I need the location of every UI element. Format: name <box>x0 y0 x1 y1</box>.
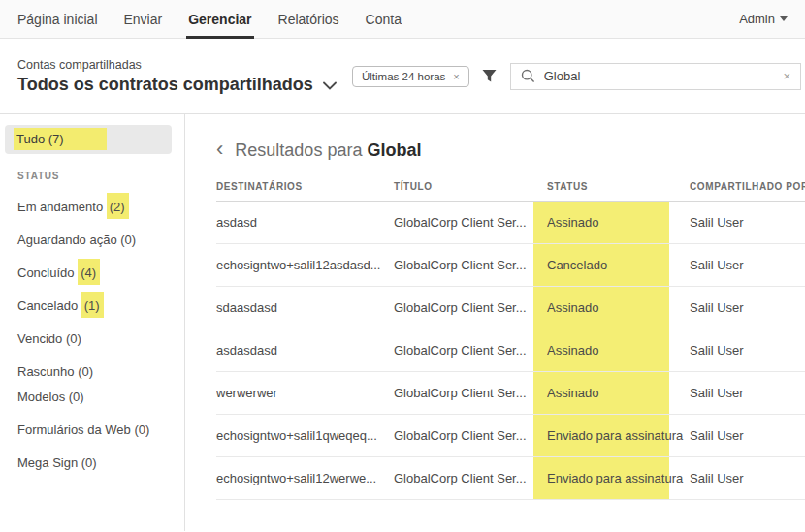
nav-item-conta[interactable]: Conta <box>366 0 402 39</box>
sidebar-item-tudo[interactable]: Tudo (7) <box>5 125 172 154</box>
cell-compartilhado-por: Salil User <box>690 215 805 230</box>
table-row[interactable]: echosigntwo+salil12asdasd... GlobalCorp … <box>216 244 805 287</box>
cell-status: Enviado para assinatura <box>547 471 690 485</box>
title-block: Contas compartilhadas Todos os contratos… <box>17 58 352 95</box>
sidebar-item-count: (0) <box>66 331 81 346</box>
column-header-titulo[interactable]: TÍTULO <box>394 181 547 192</box>
view-selector[interactable]: Todos os contratos compartilhados <box>17 75 352 95</box>
sidebar-item-aguardando-acao[interactable]: Aguardando ação (0) <box>17 233 184 247</box>
chip-remove-icon[interactable]: × <box>453 71 459 82</box>
search-box: × <box>510 63 801 90</box>
cell-status: Enviado para assinatura <box>547 428 690 443</box>
cell-status: Assinado <box>547 300 690 315</box>
admin-dropdown-label: Admin <box>739 12 775 26</box>
filter-funnel-icon[interactable] <box>481 68 498 84</box>
table-row[interactable]: werwerwer GlobalCorp Client Ser... Assin… <box>216 372 805 415</box>
cell-compartilhado-por: Salil User <box>690 343 805 358</box>
cell-destinatarios: asdasd <box>216 215 394 230</box>
sidebar-item-mega-sign[interactable]: Mega Sign (0) <box>17 455 184 470</box>
table-row[interactable]: asdasd GlobalCorp Client Ser... Assinado… <box>216 202 805 244</box>
sidebar: Tudo (7) STATUS Em andamento (2) Aguarda… <box>0 114 185 531</box>
sidebar-item-vencido[interactable]: Vencido (0) <box>17 331 184 346</box>
sidebar-item-count: (0) <box>120 233 136 247</box>
cell-titulo: GlobalCorp Client Ser... <box>394 428 547 443</box>
column-header-compartilhado-por[interactable]: COMPARTILHADO POR <box>690 181 805 192</box>
table-row[interactable]: echosigntwo+salil1qweqeq... GlobalCorp C… <box>216 415 805 457</box>
app-window: Página inicial Enviar Gerenciar Relatóri… <box>0 0 805 532</box>
cell-compartilhado-por: Salil User <box>690 471 805 485</box>
top-nav-bar: Página inicial Enviar Gerenciar Relatóri… <box>0 0 805 39</box>
results-title-text: Resultados para Global <box>235 141 421 161</box>
column-header-status[interactable]: STATUS <box>547 181 690 192</box>
nav-item-enviar[interactable]: Enviar <box>124 0 163 39</box>
cell-destinatarios: echosigntwo+salil12werwe... <box>216 471 394 485</box>
main-content: ‹ Resultados para Global DESTINATÁRIOS T… <box>185 114 805 531</box>
sidebar-item-count: (4) <box>78 259 100 285</box>
sidebar-status-header: STATUS <box>17 171 184 181</box>
search-icon <box>521 69 535 83</box>
sidebar-item-label: Cancelado <box>17 298 81 313</box>
nav-item-gerenciar[interactable]: Gerenciar <box>188 0 251 39</box>
table-row[interactable]: echosigntwo+salil12werwe... GlobalCorp C… <box>216 457 805 500</box>
cell-titulo: GlobalCorp Client Ser... <box>394 343 547 358</box>
cell-titulo: GlobalCorp Client Ser... <box>394 258 547 272</box>
admin-dropdown[interactable]: Admin <box>739 12 788 26</box>
sidebar-item-label: Rascunho <box>17 364 78 379</box>
sidebar-item-count: (1) <box>81 292 104 318</box>
sidebar-item-label: Concluído <box>17 266 78 280</box>
header-controls: Últimas 24 horas × × <box>352 63 801 90</box>
sidebar-item-rascunho[interactable]: Rascunho (0) <box>17 364 184 379</box>
breadcrumb: Contas compartilhadas <box>17 58 352 72</box>
sidebar-item-count: (2) <box>107 193 129 219</box>
cell-destinatarios: asdasdasd <box>216 343 394 358</box>
sub-header: Contas compartilhadas Todos os contratos… <box>0 39 805 114</box>
search-clear-icon[interactable]: × <box>783 69 790 83</box>
sidebar-item-modelos[interactable]: Modelos (0) <box>17 390 184 404</box>
cell-compartilhado-por: Salil User <box>690 386 805 400</box>
results-title: ‹ Resultados para Global <box>216 141 805 161</box>
sidebar-item-concluido[interactable]: Concluído (4) <box>17 266 184 280</box>
cell-titulo: GlobalCorp Client Ser... <box>394 471 547 485</box>
cell-status: Assinado <box>547 386 690 400</box>
sidebar-item-formularios-web[interactable]: Formulários da Web (0) <box>17 422 184 437</box>
results-area: ‹ Resultados para Global DESTINATÁRIOS T… <box>185 114 805 500</box>
date-filter-chip[interactable]: Últimas 24 horas × <box>352 66 469 87</box>
sidebar-item-count: (0) <box>78 364 93 379</box>
results-prefix: Resultados para <box>235 141 362 160</box>
cell-destinatarios: echosigntwo+salil1qweqeq... <box>216 428 394 443</box>
sidebar-item-label: Em andamento <box>17 200 107 214</box>
cell-titulo: GlobalCorp Client Ser... <box>394 215 547 230</box>
cell-destinatarios: werwerwer <box>216 386 394 400</box>
sidebar-item-label: Aguardando ação <box>17 233 120 247</box>
results-query: Global <box>367 141 421 160</box>
sidebar-item-tudo-label: Tudo (7) <box>14 128 107 150</box>
cell-compartilhado-por: Salil User <box>690 428 805 443</box>
nav-item-relatorios[interactable]: Relatórios <box>278 0 339 39</box>
search-input[interactable] <box>544 69 775 83</box>
cell-status: Assinado <box>547 215 690 230</box>
chevron-down-icon <box>323 81 337 90</box>
nav-item-pagina-inicial[interactable]: Página inicial <box>17 0 98 39</box>
cell-destinatarios: sdaasdasd <box>216 300 394 315</box>
sidebar-item-label: Vencido <box>17 331 66 346</box>
cell-compartilhado-por: Salil User <box>690 300 805 315</box>
table-row[interactable]: sdaasdasd GlobalCorp Client Ser... Assin… <box>216 287 805 329</box>
cell-status: Assinado <box>547 343 690 358</box>
cell-compartilhado-por: Salil User <box>690 258 805 272</box>
cell-titulo: GlobalCorp Client Ser... <box>394 386 547 400</box>
back-chevron-icon[interactable]: ‹ <box>216 141 223 161</box>
table-row[interactable]: asdasdasd GlobalCorp Client Ser... Assin… <box>216 329 805 372</box>
sidebar-item-cancelado[interactable]: Cancelado (1) <box>17 298 184 313</box>
column-header-destinatarios[interactable]: DESTINATÁRIOS <box>216 181 394 192</box>
date-filter-label: Últimas 24 horas <box>362 71 445 82</box>
table-header-row: DESTINATÁRIOS TÍTULO STATUS COMPARTILHAD… <box>216 181 805 202</box>
cell-status: Cancelado <box>547 258 690 272</box>
body: Tudo (7) STATUS Em andamento (2) Aguarda… <box>0 114 805 531</box>
caret-down-icon <box>780 16 788 21</box>
cell-destinatarios: echosigntwo+salil12asdasd... <box>216 258 394 272</box>
cell-titulo: GlobalCorp Client Ser... <box>394 300 547 315</box>
page-title: Todos os contratos compartilhados <box>17 75 313 95</box>
sidebar-item-em-andamento[interactable]: Em andamento (2) <box>17 200 184 214</box>
